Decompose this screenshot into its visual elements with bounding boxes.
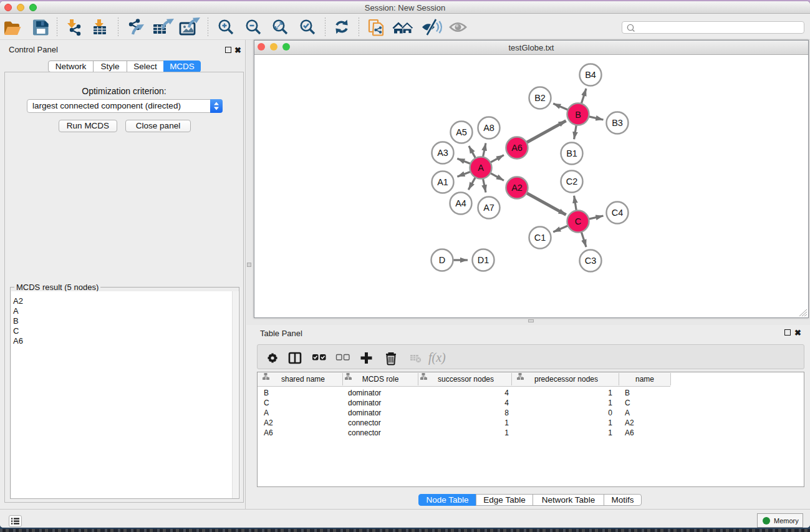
svg-text:1: 1 xyxy=(608,418,612,427)
svg-text:D1: D1 xyxy=(478,255,489,265)
svg-text:4: 4 xyxy=(504,389,509,397)
svg-text:C: C xyxy=(625,399,630,407)
svg-text:connector: connector xyxy=(348,418,381,427)
svg-text:A2: A2 xyxy=(264,418,273,427)
svg-text:B: B xyxy=(264,389,269,397)
svg-text:1: 1 xyxy=(504,428,509,437)
svg-text:name: name xyxy=(635,375,654,384)
svg-text:1: 1 xyxy=(504,418,509,427)
svg-text:A: A xyxy=(478,163,484,173)
svg-text:A: A xyxy=(264,409,269,417)
svg-text:4: 4 xyxy=(504,399,509,407)
svg-text:A1: A1 xyxy=(437,177,448,187)
svg-text:A: A xyxy=(625,409,630,417)
svg-text:D: D xyxy=(439,255,445,265)
svg-text:successor nodes: successor nodes xyxy=(438,375,494,384)
svg-text:A2: A2 xyxy=(511,183,523,193)
svg-text:B3: B3 xyxy=(612,118,623,128)
svg-text:8: 8 xyxy=(504,409,509,417)
svg-text:A3: A3 xyxy=(437,148,448,158)
svg-text:A7: A7 xyxy=(483,203,494,213)
svg-text:C3: C3 xyxy=(585,256,597,266)
svg-text:A6: A6 xyxy=(264,428,273,437)
svg-text:A2: A2 xyxy=(625,418,634,427)
svg-text:1: 1 xyxy=(608,399,612,407)
svg-text:B: B xyxy=(625,389,630,397)
svg-text:shared name: shared name xyxy=(281,375,325,384)
svg-text:B: B xyxy=(575,110,581,120)
svg-text:A8: A8 xyxy=(483,123,494,133)
svg-text:predecessor nodes: predecessor nodes xyxy=(534,375,598,384)
svg-text:C4: C4 xyxy=(612,208,624,218)
svg-text:dominator: dominator xyxy=(348,399,381,407)
svg-text:1: 1 xyxy=(608,389,612,397)
svg-text:A4: A4 xyxy=(455,198,466,208)
svg-text:A6: A6 xyxy=(625,428,634,437)
svg-text:C: C xyxy=(575,216,581,226)
svg-text:B2: B2 xyxy=(534,93,546,103)
svg-text:1: 1 xyxy=(608,428,612,437)
svg-text:dominator: dominator xyxy=(348,389,381,397)
svg-text:B4: B4 xyxy=(585,70,596,80)
svg-text:A6: A6 xyxy=(511,143,523,153)
svg-text:B1: B1 xyxy=(566,148,577,158)
svg-text:C1: C1 xyxy=(534,233,546,243)
svg-text:MCDS role: MCDS role xyxy=(362,375,399,384)
svg-text:0: 0 xyxy=(608,409,612,417)
svg-text:dominator: dominator xyxy=(348,409,381,417)
svg-text:C2: C2 xyxy=(566,177,578,186)
svg-text:connector: connector xyxy=(348,428,381,437)
svg-text:C: C xyxy=(264,399,269,407)
svg-text:A5: A5 xyxy=(456,127,467,137)
svg-text:f(x): f(x) xyxy=(428,351,446,365)
